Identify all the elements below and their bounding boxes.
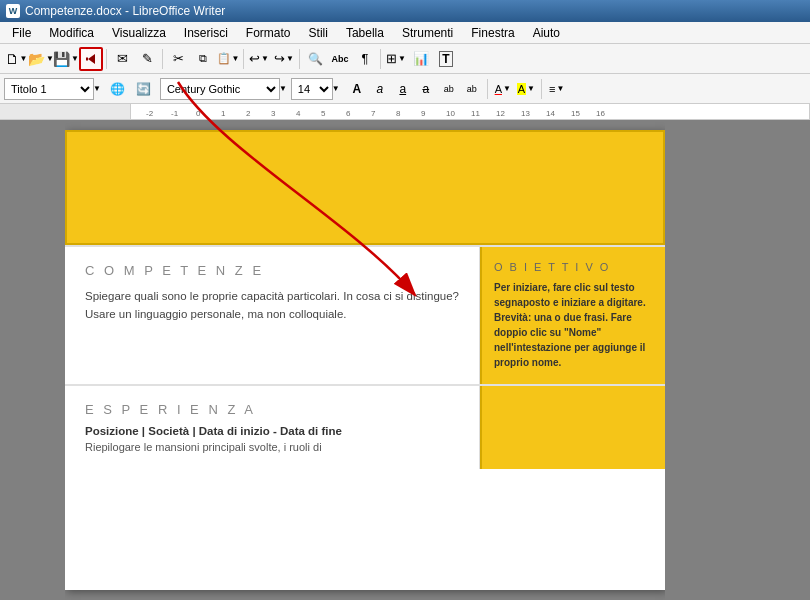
document-page[interactable]: C O M P E T E N Z E Spiegare quali sono … (65, 130, 665, 590)
menu-inserisci[interactable]: Inserisci (176, 24, 236, 42)
chart-button[interactable]: 📊 (409, 47, 433, 71)
back-icon (84, 52, 98, 66)
app-icon: W (6, 4, 20, 18)
esperienza-row: E S P E R I E N Z A Posizione | Società … (65, 384, 665, 469)
table-dropdown-arrow: ▼ (398, 54, 406, 63)
outline-button[interactable]: ab (461, 78, 483, 100)
size-dropdown[interactable]: 14 (291, 78, 333, 100)
obiettivo-body: Per iniziare, fare clic sul testo segnap… (494, 280, 653, 370)
ruler-mark: 13 (521, 109, 530, 118)
find-icon: 🔍 (308, 52, 323, 66)
style-icon-globe[interactable]: 🌐 (106, 77, 130, 101)
copy-button[interactable]: ⧉ (191, 47, 215, 71)
sep1 (106, 49, 107, 69)
menu-stili[interactable]: Stili (301, 24, 336, 42)
style-icon-update[interactable]: 🔄 (132, 77, 156, 101)
new-button[interactable]: 🗋 ▼ (4, 47, 28, 71)
svg-marker-0 (88, 54, 95, 64)
highlight-button[interactable]: A ▼ (515, 78, 537, 100)
fontcolor-icon: A (495, 83, 502, 95)
align-left-button[interactable]: ≡ ▼ (546, 78, 568, 100)
align-left-icon: ≡ (549, 83, 555, 95)
save-button[interactable]: 💾 ▼ (54, 47, 78, 71)
left-sidebar (0, 120, 65, 600)
spellcheck-button[interactable]: Abc (328, 47, 352, 71)
svg-rect-1 (86, 57, 88, 60)
editfile-button[interactable]: ✎ (135, 47, 159, 71)
font-dropdown[interactable]: Century Gothic (160, 78, 280, 100)
italic-icon: a (376, 82, 383, 96)
outline-icon: ab (467, 84, 477, 94)
ruler-mark: 11 (471, 109, 480, 118)
undo-icon: ↩ (249, 51, 260, 66)
esperienza-section[interactable]: E S P E R I E N Z A Posizione | Società … (65, 386, 480, 469)
undo-button[interactable]: ↩ ▼ (247, 47, 271, 71)
shadow-button[interactable]: ab (438, 78, 460, 100)
competenze-row: C O M P E T E N Z E Spiegare quali sono … (65, 245, 665, 384)
cut-icon: ✂ (173, 51, 184, 66)
main-area: C O M P E T E N Z E Spiegare quali sono … (0, 120, 810, 600)
spellcheck-icon: Abc (331, 54, 348, 64)
esperienza-sidebar (480, 386, 665, 469)
bold-button[interactable]: A (346, 78, 368, 100)
fontcolor-button[interactable]: A ▼ (492, 78, 514, 100)
obiettivo-section[interactable]: O B I E T T I V O Per iniziare, fare cli… (480, 247, 665, 384)
paste-dropdown-arrow: ▼ (232, 54, 240, 63)
back-button[interactable] (79, 47, 103, 71)
align-dropdown-arrow: ▼ (557, 84, 565, 93)
style-dropdown-arrow: ▼ (93, 84, 101, 93)
ruler-mark: 10 (446, 109, 455, 118)
save-dropdown-arrow: ▼ (71, 54, 79, 63)
competenze-section[interactable]: C O M P E T E N Z E Spiegare quali sono … (65, 247, 480, 384)
ruler-mark: 4 (296, 109, 300, 118)
sep2 (162, 49, 163, 69)
ruler-mark: 9 (421, 109, 425, 118)
paste-button[interactable]: 📋 ▼ (216, 47, 240, 71)
textbox-button[interactable]: T (434, 47, 458, 71)
toolbar2: Titolo 1 ▼ 🌐 🔄 Century Gothic ▼ 14 ▼ A a… (0, 74, 810, 104)
find-button[interactable]: 🔍 (303, 47, 327, 71)
email-button[interactable]: ✉ (110, 47, 134, 71)
italic-button[interactable]: a (369, 78, 391, 100)
menu-file[interactable]: File (4, 24, 39, 42)
ruler-mark: 15 (571, 109, 580, 118)
font-dropdown-arrow: ▼ (279, 84, 287, 93)
fontcolor-dropdown-arrow: ▼ (503, 84, 511, 93)
esperienza-position: Posizione | Società | Data di inizio - D… (85, 425, 459, 437)
ruler-mark: 16 (596, 109, 605, 118)
highlight-icon: A (517, 83, 526, 95)
redo-button[interactable]: ↪ ▼ (272, 47, 296, 71)
ruler-mark: 3 (271, 109, 275, 118)
open-button[interactable]: 📂 ▼ (29, 47, 53, 71)
ruler-mark: -1 (171, 109, 178, 118)
window-title: Competenze.docx - LibreOffice Writer (25, 4, 225, 18)
ruler-mark: 2 (246, 109, 250, 118)
redo-dropdown-arrow: ▼ (286, 54, 294, 63)
globe-icon: 🌐 (110, 82, 125, 96)
strikethrough-button[interactable]: a (415, 78, 437, 100)
email-icon: ✉ (117, 51, 128, 66)
menu-bar: File Modifica Visualizza Inserisci Forma… (0, 22, 810, 44)
menu-finestra[interactable]: Finestra (463, 24, 522, 42)
undo-dropdown-arrow: ▼ (261, 54, 269, 63)
scroll-area[interactable]: C O M P E T E N Z E Spiegare quali sono … (65, 120, 665, 600)
highlight-dropdown-arrow: ▼ (527, 84, 535, 93)
copy-icon: ⧉ (199, 52, 207, 65)
right-panel (665, 120, 810, 600)
table-button[interactable]: ⊞ ▼ (384, 47, 408, 71)
menu-aiuto[interactable]: Aiuto (525, 24, 568, 42)
toolbar1: 🗋 ▼ 📂 ▼ 💾 ▼ ✉ ✎ ✂ ⧉ 📋 ▼ ↩ ▼ ↪ ▼ (0, 44, 810, 74)
underline-button[interactable]: a (392, 78, 414, 100)
menu-formato[interactable]: Formato (238, 24, 299, 42)
menu-strumenti[interactable]: Strumenti (394, 24, 461, 42)
ruler-mark: 5 (321, 109, 325, 118)
menu-tabella[interactable]: Tabella (338, 24, 392, 42)
menu-modifica[interactable]: Modifica (41, 24, 102, 42)
style-dropdown[interactable]: Titolo 1 (4, 78, 94, 100)
format-marks-button[interactable]: ¶ (353, 47, 377, 71)
cut-button[interactable]: ✂ (166, 47, 190, 71)
menu-visualizza[interactable]: Visualizza (104, 24, 174, 42)
ruler-mark: -2 (146, 109, 153, 118)
header-section[interactable] (65, 130, 665, 245)
ruler: -2 -1 0 1 2 3 4 5 6 7 8 9 10 11 12 13 14… (0, 104, 810, 120)
